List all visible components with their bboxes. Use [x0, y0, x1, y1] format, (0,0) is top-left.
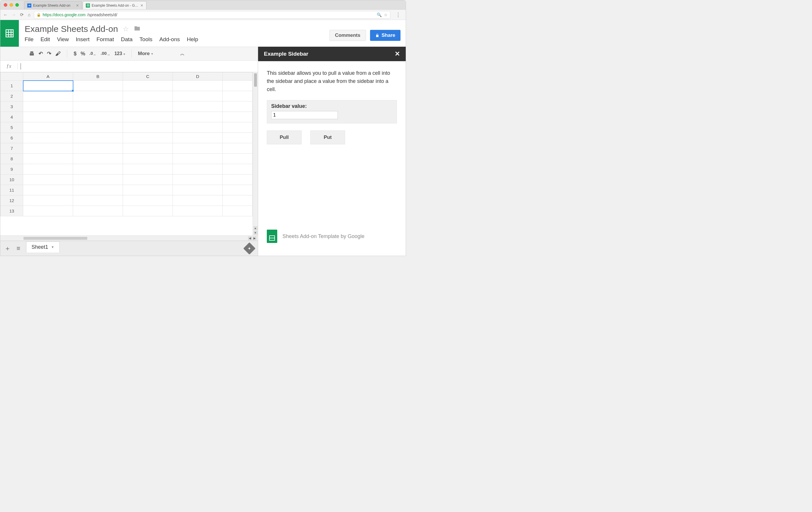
star-icon[interactable]: ☆	[123, 25, 129, 33]
browser-tab[interactable]: ➔ Example Sheets Add-on ✕	[24, 1, 82, 9]
back-button[interactable]: ←	[3, 12, 7, 17]
menu-view[interactable]: View	[57, 36, 69, 42]
column-header[interactable]: C	[123, 72, 173, 81]
menu-addons[interactable]: Add-ons	[159, 36, 180, 42]
column-header[interactable]	[223, 72, 253, 81]
formula-input[interactable]	[18, 61, 258, 72]
cell[interactable]	[23, 164, 73, 175]
row-header[interactable]: 5	[1, 122, 23, 133]
cell[interactable]	[23, 143, 73, 154]
cell[interactable]	[173, 81, 223, 91]
cell[interactable]	[23, 175, 73, 185]
column-header[interactable]: A	[23, 72, 73, 81]
collapse-toolbar-icon[interactable]: ︽	[180, 51, 185, 57]
menu-format[interactable]: Format	[96, 36, 114, 42]
row-header[interactable]: 2	[1, 91, 23, 101]
cell[interactable]	[223, 143, 253, 154]
tab-close-icon[interactable]: ✕	[76, 3, 79, 7]
cell[interactable]	[73, 81, 123, 91]
address-bar[interactable]: 🔒 https://docs.google.com/spreadsheets/d…	[34, 11, 390, 19]
cell[interactable]	[173, 185, 223, 195]
row-header[interactable]: 13	[1, 206, 23, 216]
cell[interactable]	[123, 175, 173, 185]
cell[interactable]	[123, 164, 173, 175]
cell[interactable]	[123, 101, 173, 112]
cell[interactable]	[123, 81, 173, 91]
cell[interactable]	[123, 133, 173, 143]
cell[interactable]	[23, 154, 73, 164]
cell[interactable]	[223, 101, 253, 112]
zoom-icon[interactable]: 🔍	[377, 12, 382, 17]
scroll-right-icon[interactable]: ▶	[253, 236, 257, 240]
cell[interactable]	[123, 206, 173, 216]
cell[interactable]	[23, 81, 73, 91]
cell[interactable]	[23, 206, 73, 216]
browser-menu-button[interactable]: ⋮	[394, 11, 403, 18]
scrollbar-thumb[interactable]	[24, 237, 87, 240]
paint-format-icon[interactable]: 🖌	[55, 51, 61, 57]
cell[interactable]	[23, 101, 73, 112]
home-button[interactable]: ⌂	[28, 12, 30, 17]
menu-tools[interactable]: Tools	[140, 36, 152, 42]
cell[interactable]	[173, 143, 223, 154]
cell[interactable]	[23, 112, 73, 122]
document-title[interactable]: Example Sheets Add-on	[25, 24, 118, 34]
cell[interactable]	[123, 91, 173, 101]
cell[interactable]	[123, 195, 173, 206]
cell[interactable]	[123, 143, 173, 154]
cell[interactable]	[223, 91, 253, 101]
cell[interactable]	[73, 206, 123, 216]
move-folder-icon[interactable]	[134, 25, 141, 33]
horizontal-scrollbar[interactable]: ◀ ▶	[0, 235, 258, 241]
scrollbar-thumb[interactable]	[254, 73, 257, 87]
cell[interactable]	[123, 185, 173, 195]
tab-close-icon[interactable]: ✕	[140, 3, 143, 7]
row-header[interactable]: 6	[1, 133, 23, 143]
cell[interactable]	[73, 143, 123, 154]
comments-button[interactable]: Comments	[329, 30, 366, 41]
cell[interactable]	[23, 133, 73, 143]
column-header[interactable]: D	[173, 72, 223, 81]
cell[interactable]	[123, 112, 173, 122]
scroll-left-icon[interactable]: ◀	[248, 236, 252, 240]
row-header[interactable]: 11	[1, 185, 23, 195]
undo-icon[interactable]: ↶	[38, 51, 43, 57]
window-zoom-button[interactable]	[16, 3, 19, 7]
browser-tab[interactable]: Example Sheets Add-on - Goo… ✕	[83, 1, 146, 9]
row-header[interactable]: 12	[1, 195, 23, 206]
number-format-menu[interactable]: 123 ▾	[114, 51, 125, 56]
scroll-down-icon[interactable]: ▼	[254, 231, 258, 235]
row-header[interactable]: 1	[1, 81, 23, 91]
bookmark-star-icon[interactable]: ☆	[384, 12, 388, 17]
row-header[interactable]: 7	[1, 143, 23, 154]
menu-edit[interactable]: Edit	[40, 36, 50, 42]
cell[interactable]	[73, 101, 123, 112]
row-header[interactable]: 10	[1, 175, 23, 185]
window-minimize-button[interactable]	[9, 3, 13, 7]
cell[interactable]	[73, 154, 123, 164]
cell[interactable]	[173, 164, 223, 175]
scroll-up-icon[interactable]: ▲	[254, 226, 258, 230]
cell[interactable]	[73, 91, 123, 101]
all-sheets-button[interactable]: ≡	[17, 245, 20, 252]
sidebar-value-input[interactable]	[271, 111, 338, 119]
cell[interactable]	[173, 154, 223, 164]
sheet-tab-menu-icon[interactable]: ▼	[51, 245, 54, 249]
menu-file[interactable]: File	[25, 36, 34, 42]
close-icon[interactable]: ✕	[395, 50, 400, 58]
cell[interactable]	[223, 175, 253, 185]
cell[interactable]	[123, 154, 173, 164]
share-button[interactable]: Share	[370, 30, 401, 41]
cell[interactable]	[73, 185, 123, 195]
cell[interactable]	[223, 122, 253, 133]
spreadsheet-grid[interactable]: A B C D 12345678910111213 ▲	[0, 72, 258, 235]
format-currency[interactable]: $	[74, 51, 77, 57]
cell[interactable]	[73, 164, 123, 175]
explore-button[interactable]: ✦	[243, 242, 256, 254]
menu-insert[interactable]: Insert	[76, 36, 90, 42]
print-icon[interactable]: 🖶	[29, 51, 34, 57]
cell[interactable]	[173, 122, 223, 133]
cell[interactable]	[173, 91, 223, 101]
cell[interactable]	[73, 122, 123, 133]
format-percent[interactable]: %	[81, 51, 85, 57]
